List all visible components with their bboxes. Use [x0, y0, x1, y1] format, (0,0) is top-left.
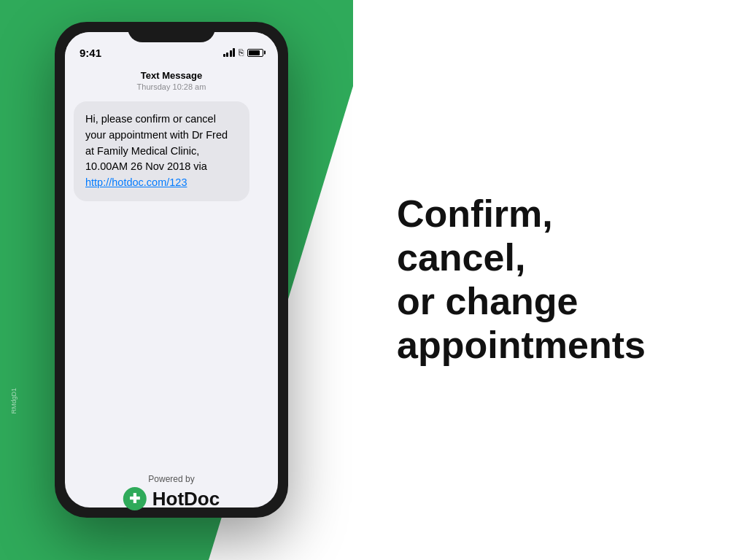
sms-sender: Text Message [74, 70, 269, 81]
headline: Confirm, cancel,or changeappointments [397, 192, 674, 367]
phone-frame: 9:41 ⎘ Text Message Thursday 10:28 am [55, 22, 288, 518]
hotdoc-icon: ✚ [123, 487, 147, 510]
hotdoc-logo: ✚ HotDoc [123, 487, 220, 510]
powered-by-section: Powered by ✚ HotDoc [123, 474, 220, 510]
right-panel: Confirm, cancel,or changeappointments [353, 0, 747, 560]
sms-timestamp: Thursday 10:28 am [74, 82, 269, 91]
sms-header: Text Message Thursday 10:28 am [74, 64, 269, 101]
wifi-icon: ⎘ [239, 47, 244, 58]
hotdoc-cross-icon: ✚ [129, 492, 140, 505]
phone-notch [128, 22, 215, 42]
sms-bubble: Hi, please confirm or cancel your appoin… [74, 101, 249, 201]
hotdoc-brand-name: HotDoc [152, 488, 220, 510]
status-time: 9:41 [80, 47, 101, 59]
status-icons: ⎘ [223, 47, 264, 58]
sms-content: Text Message Thursday 10:28 am Hi, pleas… [65, 64, 278, 201]
powered-by-label: Powered by [123, 474, 220, 484]
sms-link[interactable]: http://hotdoc.com/123 [85, 176, 187, 188]
watermark: RMdgD1 [10, 388, 18, 414]
phone-mockup: 9:41 ⎘ Text Message Thursday 10:28 am [55, 22, 288, 532]
signal-icon [223, 48, 236, 57]
phone-screen: 9:41 ⎘ Text Message Thursday 10:28 am [65, 32, 278, 508]
sms-body-text: Hi, please confirm or cancel your appoin… [85, 113, 228, 172]
battery-icon [247, 49, 263, 57]
